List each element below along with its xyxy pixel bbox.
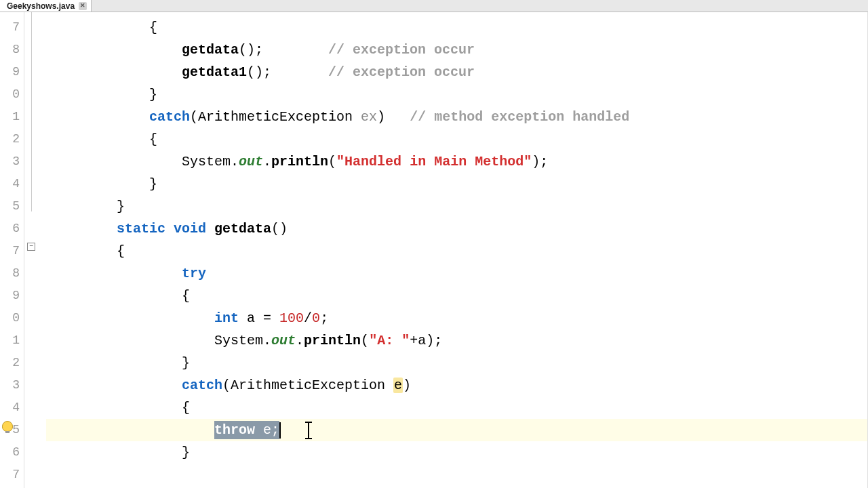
fold-column: − bbox=[24, 12, 46, 488]
code-line: { bbox=[46, 16, 867, 39]
code-line: getdata(); // exception occur bbox=[46, 39, 867, 61]
editor: 7 8 9 0 1 2 3 4 5 6 7 8 9 0 1 2 3 4 5 6 … bbox=[0, 12, 868, 488]
code-line: try bbox=[46, 262, 867, 285]
line-number: 2 bbox=[0, 128, 24, 150]
code-line: { bbox=[46, 396, 867, 419]
code-line: { bbox=[46, 240, 867, 262]
code-line: catch(ArithmeticException ex) // method … bbox=[46, 106, 867, 128]
line-number: 7 bbox=[0, 16, 24, 39]
line-number: 2 bbox=[0, 352, 24, 374]
line-number: 8 bbox=[0, 262, 24, 285]
code-line: } bbox=[46, 83, 867, 106]
selection: throw e; bbox=[214, 421, 279, 439]
code-line: } bbox=[46, 352, 867, 374]
mouse-ibeam-icon bbox=[308, 423, 309, 438]
code-line: { bbox=[46, 128, 867, 150]
line-number: 3 bbox=[0, 374, 24, 396]
line-number: 8 bbox=[0, 39, 24, 61]
code-line: System.out.println("A: "+a); bbox=[46, 329, 867, 352]
tab-bar: Geekyshows.java ✕ bbox=[0, 0, 868, 12]
line-number: 6 bbox=[0, 441, 24, 464]
close-icon[interactable]: ✕ bbox=[79, 2, 87, 10]
line-number: 4 bbox=[0, 396, 24, 419]
code-line bbox=[46, 464, 867, 486]
line-number: 1 bbox=[0, 329, 24, 352]
line-number: 9 bbox=[0, 285, 24, 307]
text-caret bbox=[279, 422, 281, 439]
line-number: 7 bbox=[0, 240, 24, 262]
code-line: int a = 100/0; bbox=[46, 307, 867, 329]
fold-guide bbox=[31, 12, 32, 211]
line-number: 5 bbox=[0, 195, 24, 218]
lightbulb-icon[interactable] bbox=[2, 421, 13, 432]
line-number: 3 bbox=[0, 150, 24, 173]
line-number: 4 bbox=[0, 173, 24, 195]
code-line: catch(ArithmeticException e) bbox=[46, 374, 867, 396]
code-line: } bbox=[46, 195, 867, 218]
line-number: 0 bbox=[0, 83, 24, 106]
code-area[interactable]: { getdata(); // exception occur getdata1… bbox=[46, 12, 868, 488]
code-line: static void getdata() bbox=[46, 218, 867, 240]
line-number-gutter: 7 8 9 0 1 2 3 4 5 6 7 8 9 0 1 2 3 4 5 6 … bbox=[0, 12, 24, 488]
code-line: } bbox=[46, 441, 867, 464]
tab-filename: Geekyshows.java bbox=[7, 1, 75, 11]
line-number: 9 bbox=[0, 61, 24, 83]
code-line: System.out.println("Handled in Main Meth… bbox=[46, 150, 867, 173]
file-tab[interactable]: Geekyshows.java ✕ bbox=[0, 0, 92, 12]
line-number: 1 bbox=[0, 106, 24, 128]
line-number: 0 bbox=[0, 307, 24, 329]
code-line: getdata1(); // exception occur bbox=[46, 61, 867, 83]
fold-toggle-icon[interactable]: − bbox=[27, 243, 35, 251]
code-line: { bbox=[46, 285, 867, 307]
current-line: throw e; bbox=[46, 419, 867, 441]
code-line: } bbox=[46, 173, 867, 195]
line-number: 7 bbox=[0, 464, 24, 486]
line-number: 6 bbox=[0, 218, 24, 240]
variable-highlight: e bbox=[393, 378, 403, 393]
